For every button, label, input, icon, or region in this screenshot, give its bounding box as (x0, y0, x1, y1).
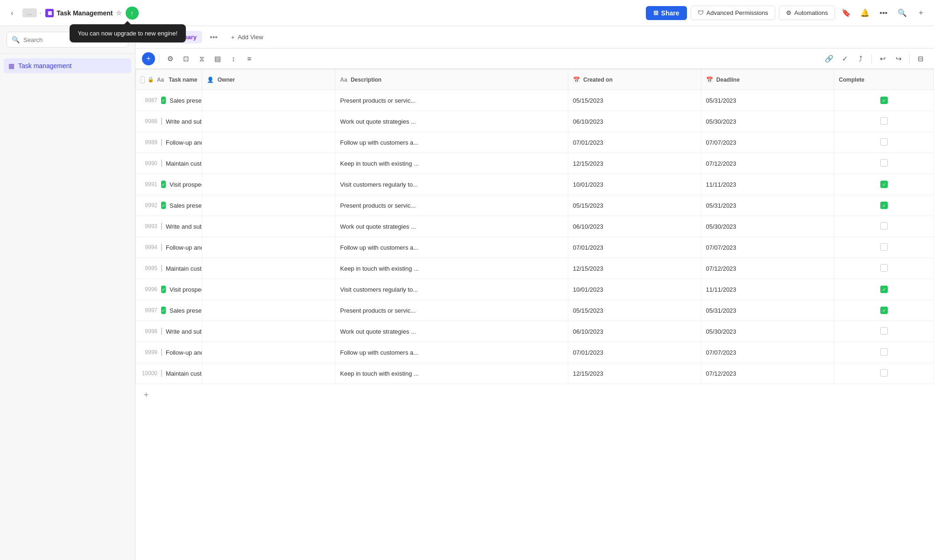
table-row[interactable]: 10000 Maintain customer ... Keep in touc… (136, 363, 934, 384)
cell-task[interactable]: 9997 ✓ Sales presentation (136, 300, 202, 321)
row-checkbox[interactable]: ✓ (161, 181, 166, 188)
cell-task[interactable]: 9992 ✓ Sales presentation (136, 195, 202, 216)
table-row[interactable]: 9989 Follow-up and neg... Follow up with… (136, 132, 934, 153)
cell-complete[interactable]: ✓ (834, 279, 934, 300)
search-icon[interactable]: 🔍 (895, 6, 910, 21)
row-checkbox[interactable] (161, 370, 162, 377)
cell-task[interactable]: 9994 Follow-up and neg... (136, 237, 202, 258)
row-checkbox[interactable]: ✓ (161, 202, 166, 209)
cell-task[interactable]: 9989 Follow-up and neg... (136, 132, 202, 153)
row-checkbox[interactable]: ✓ (161, 286, 166, 293)
cell-task[interactable]: 9991 ✓ Visit prospective c... (136, 174, 202, 195)
table-row[interactable]: 9996 ✓ Visit prospective c... Visit cust… (136, 279, 934, 300)
cell-complete[interactable] (834, 153, 934, 174)
add-icon[interactable]: ＋ (913, 6, 928, 21)
more-options-icon[interactable]: ••• (876, 6, 891, 21)
complete-checkbox[interactable]: ✓ (880, 286, 888, 293)
back-button[interactable]: ‹ (6, 7, 19, 20)
complete-checkbox[interactable] (880, 159, 888, 167)
column-resize-button[interactable]: ⊟ (913, 52, 927, 66)
row-checkbox[interactable] (161, 160, 162, 167)
col-header-created[interactable]: 📅 Created on (568, 70, 701, 90)
cell-task[interactable]: 9987 ✓ Sales presentation (136, 90, 202, 111)
table-row[interactable]: 9995 Maintain customer ... Keep in touch… (136, 258, 934, 279)
complete-checkbox[interactable] (880, 348, 888, 356)
check-button[interactable]: ✓ (838, 52, 852, 66)
cell-task[interactable]: 9996 ✓ Visit prospective c... (136, 279, 202, 300)
cell-complete[interactable]: ✓ (834, 174, 934, 195)
hide-fields-button[interactable]: ⊡ (179, 52, 193, 66)
table-row[interactable]: 9993 Write and submit q... Work out quot… (136, 216, 934, 237)
complete-checkbox[interactable]: ✓ (880, 307, 888, 314)
cell-task[interactable]: 9999 Follow-up and neg... (136, 342, 202, 363)
row-checkbox[interactable]: ✓ (161, 97, 166, 104)
settings-toolbar-button[interactable]: ⚙ (163, 52, 177, 66)
complete-checkbox[interactable] (880, 138, 888, 146)
cell-complete[interactable] (834, 111, 934, 132)
col-header-owner[interactable]: 👤 Owner (202, 70, 335, 90)
sort-button[interactable]: ↕ (226, 52, 241, 66)
upgrade-button[interactable]: ↑ You can now upgrade to new engine! (126, 7, 139, 20)
col-header-deadline[interactable]: 📅 Deadline (701, 70, 834, 90)
row-height-button[interactable]: ≡ (242, 52, 256, 66)
row-checkbox[interactable] (161, 223, 162, 230)
cell-task[interactable]: 9998 Write and submit q... (136, 321, 202, 342)
cell-complete[interactable] (834, 363, 934, 384)
row-checkbox[interactable] (161, 118, 162, 125)
cell-complete[interactable] (834, 258, 934, 279)
table-row[interactable]: 9992 ✓ Sales presentation Present produc… (136, 195, 934, 216)
complete-checkbox[interactable]: ✓ (880, 97, 888, 104)
table-row[interactable]: 9998 Write and submit q... Work out quot… (136, 321, 934, 342)
table-row[interactable]: 9999 Follow-up and neg... Follow up with… (136, 342, 934, 363)
header-checkbox[interactable] (141, 76, 145, 84)
complete-checkbox[interactable]: ✓ (880, 202, 888, 209)
row-checkbox[interactable] (161, 349, 162, 356)
cell-task[interactable]: 9990 Maintain customer ... (136, 153, 202, 174)
table-row[interactable]: 9991 ✓ Visit prospective c... Visit cust… (136, 174, 934, 195)
table-row[interactable]: 9987 ✓ Sales presentation Present produc… (136, 90, 934, 111)
view-more-icon[interactable]: ••• (207, 31, 220, 43)
toolbar-add-button[interactable]: ＋ (142, 52, 155, 65)
cell-complete[interactable] (834, 321, 934, 342)
notification-icon[interactable]: 🔔 (857, 6, 872, 21)
star-icon[interactable]: ☆ (116, 9, 122, 17)
row-checkbox[interactable] (161, 328, 162, 335)
complete-checkbox[interactable] (880, 369, 888, 377)
save-icon[interactable]: 🔖 (839, 6, 854, 21)
table-row[interactable]: 9988 Write and submit q... Work out quot… (136, 111, 934, 132)
table-row[interactable]: 9997 ✓ Sales presentation Present produc… (136, 300, 934, 321)
sidebar-item-task-management[interactable]: ▦ Task management ••• (4, 58, 131, 73)
complete-checkbox[interactable] (880, 117, 888, 125)
row-checkbox[interactable] (161, 139, 162, 146)
cell-complete[interactable]: ✓ (834, 195, 934, 216)
group-button[interactable]: ▤ (211, 52, 225, 66)
col-header-checkbox[interactable]: 🔒 Aa Task name (136, 70, 202, 90)
cell-complete[interactable]: ✓ (834, 300, 934, 321)
table-row[interactable]: 9994 Follow-up and neg... Follow up with… (136, 237, 934, 258)
complete-checkbox[interactable] (880, 222, 888, 230)
add-view-button[interactable]: ＋ Add View (225, 30, 268, 44)
cell-task[interactable]: 9988 Write and submit q... (136, 111, 202, 132)
complete-checkbox[interactable] (880, 243, 888, 251)
undo-button[interactable]: ↩ (876, 52, 890, 66)
complete-checkbox[interactable] (880, 264, 888, 272)
complete-checkbox[interactable] (880, 327, 888, 335)
cell-task[interactable]: 9993 Write and submit q... (136, 216, 202, 237)
row-checkbox[interactable] (161, 244, 162, 251)
complete-checkbox[interactable]: ✓ (880, 181, 888, 188)
filter-button[interactable]: ⧖ (195, 52, 209, 66)
row-checkbox[interactable]: ✓ (161, 307, 166, 314)
add-row-button[interactable]: ＋ (135, 384, 934, 405)
cell-task[interactable]: 10000 Maintain customer ... (136, 363, 202, 384)
col-header-complete[interactable]: Complete (834, 70, 934, 90)
link-button[interactable]: 🔗 (822, 52, 836, 66)
cell-complete[interactable] (834, 342, 934, 363)
row-checkbox[interactable] (161, 265, 162, 272)
col-header-description[interactable]: Aa Description (335, 70, 568, 90)
cell-complete[interactable] (834, 216, 934, 237)
share-button[interactable]: ⊞ Share (646, 6, 687, 20)
redo-button[interactable]: ↪ (892, 52, 906, 66)
advanced-permissions-button[interactable]: 🛡 Advanced Permissions (691, 6, 775, 20)
automations-button[interactable]: ⚙ Automations (779, 6, 835, 20)
cell-complete[interactable]: ✓ (834, 90, 934, 111)
